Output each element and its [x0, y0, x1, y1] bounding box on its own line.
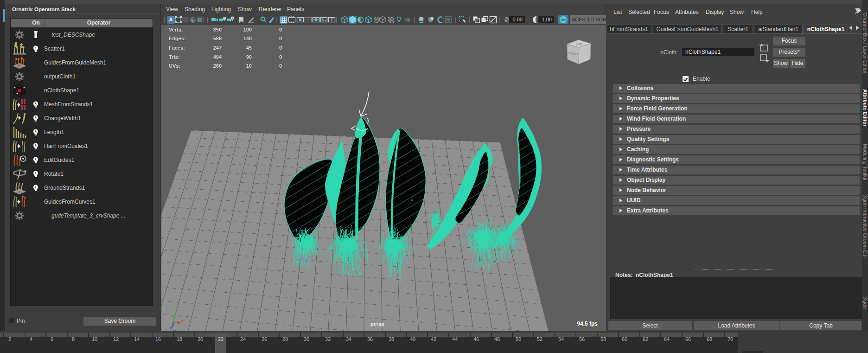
svg-text:persp: persp [370, 321, 384, 327]
svg-text:y: y [175, 310, 177, 314]
svg-text:TOP: TOP [575, 42, 582, 46]
svg-text:94.5 fps: 94.5 fps [577, 321, 598, 327]
svg-text:z: z [169, 326, 172, 330]
svg-text:x: x [181, 318, 184, 323]
svg-text:T: T [331, 18, 333, 22]
